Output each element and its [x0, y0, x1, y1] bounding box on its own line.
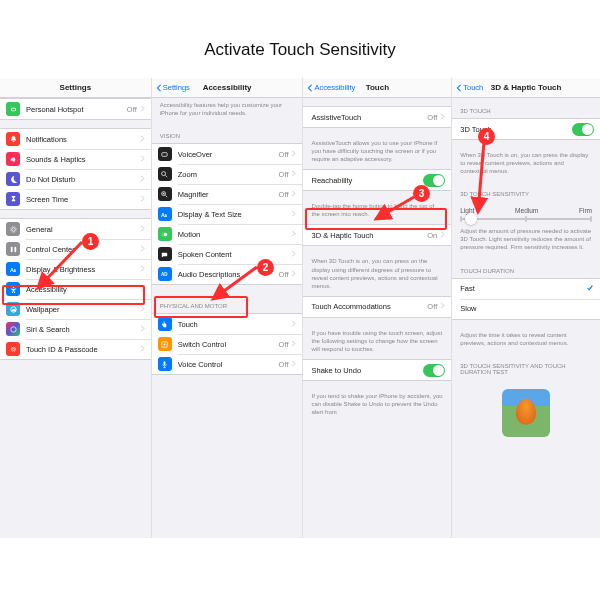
slider-label-firm: Firm — [579, 207, 592, 214]
row-label: Shake to Undo — [311, 366, 423, 375]
svg-rect-9 — [162, 152, 167, 156]
row-magnifier[interactable]: MagnifierOff — [152, 184, 303, 204]
row-label: Audio Descriptions — [178, 270, 279, 279]
zoom-icon — [158, 167, 172, 181]
row-touchid[interactable]: Touch ID & Passcode — [0, 339, 151, 359]
row-siri[interactable]: Siri & Search — [0, 319, 151, 339]
accessibility-icon — [6, 282, 20, 296]
desc: If you tend to shake your iPhone by acci… — [303, 389, 451, 422]
row-sounds[interactable]: Sounds & Haptics — [0, 149, 151, 169]
toggle-3dtouch[interactable] — [572, 123, 594, 136]
svg-rect-23 — [164, 361, 166, 365]
chevron-right-icon — [437, 302, 445, 311]
row-value: Off — [279, 360, 289, 369]
row-label: Screen Time — [26, 195, 137, 204]
desc: Accessibility features help you customiz… — [152, 98, 303, 123]
row-controlcenter[interactable]: Control Center — [0, 239, 151, 259]
row-display-text[interactable]: AADisplay & Text Size — [152, 204, 303, 224]
navbar: Touch 3D & Haptic Touch — [452, 78, 600, 98]
back-label: Settings — [163, 83, 190, 92]
link-icon — [6, 102, 20, 116]
row-label: Sounds & Haptics — [26, 155, 137, 164]
row-assistivetouch[interactable]: AssistiveTouch Off — [303, 107, 451, 127]
svg-text:AD: AD — [161, 272, 168, 277]
row-label: Do Not Disturb — [26, 175, 137, 184]
chevron-right-icon — [288, 190, 296, 199]
chevron-right-icon — [288, 320, 296, 329]
row-3d-haptic[interactable]: 3D & Haptic Touch On — [303, 225, 451, 245]
row-label: Spoken Content — [178, 250, 289, 259]
panel-touch: Accessibility Touch AssistiveTouch Off A… — [303, 78, 452, 538]
row-accessibility[interactable]: Accessibility — [0, 279, 151, 299]
row-label: Wallpaper — [26, 305, 137, 314]
section-test: 3D TOUCH SENSITIVITY AND TOUCH DURATION … — [452, 353, 600, 379]
row-label: Slow — [460, 304, 594, 313]
row-audiodesc[interactable]: ADAudio DescriptionsOff — [152, 264, 303, 284]
chevron-right-icon — [137, 155, 145, 164]
row-touch[interactable]: Touch — [152, 314, 303, 334]
row-slow[interactable]: Slow — [452, 299, 600, 319]
text-size-icon: AA — [6, 262, 20, 276]
row-reachability[interactable]: Reachability — [303, 170, 451, 190]
panel-3d-touch: Touch 3D & Haptic Touch 3D TOUCH 3D Touc… — [452, 78, 600, 538]
row-general[interactable]: General — [0, 219, 151, 239]
chevron-right-icon — [137, 285, 145, 294]
chevron-right-icon — [288, 340, 296, 349]
section-sensitivity: 3D TOUCH SENSITIVITY — [452, 181, 600, 201]
row-label: VoiceOver — [178, 150, 279, 159]
chevron-right-icon — [137, 305, 145, 314]
navbar: Accessibility Touch — [303, 78, 451, 98]
row-voiceover[interactable]: VoiceOverOff — [152, 144, 303, 164]
row-label: Personal Hotspot — [26, 105, 127, 114]
preview-image[interactable] — [502, 389, 550, 437]
row-wallpaper[interactable]: Wallpaper — [0, 299, 151, 319]
sliders-icon — [6, 242, 20, 256]
hand-icon — [158, 317, 172, 331]
bell-icon — [6, 132, 20, 146]
row-3dtouch-toggle[interactable]: 3D Touch — [452, 119, 600, 139]
row-value: Off — [279, 340, 289, 349]
row-label: Switch Control — [178, 340, 279, 349]
svg-line-11 — [166, 175, 168, 177]
back-button[interactable]: Settings — [156, 83, 190, 92]
slider-label-medium: Medium — [515, 207, 538, 214]
chevron-right-icon — [288, 360, 296, 369]
section-vision: VISION — [152, 123, 303, 143]
row-motion[interactable]: Motion — [152, 224, 303, 244]
toggle-reachability[interactable] — [423, 174, 445, 187]
back-button[interactable]: Touch — [456, 83, 483, 92]
row-spoken[interactable]: Spoken Content — [152, 244, 303, 264]
row-value: Off — [279, 170, 289, 179]
row-voicecontrol[interactable]: Voice ControlOff — [152, 354, 303, 374]
row-screentime[interactable]: Screen Time — [0, 189, 151, 209]
gear-icon — [6, 222, 20, 236]
navbar: Settings Accessibility — [152, 78, 303, 98]
back-button[interactable]: Accessibility — [307, 83, 355, 92]
desc: When 3D Touch is on, you can press the d… — [452, 148, 600, 181]
row-display[interactable]: AA Display & Brightness — [0, 259, 151, 279]
text-size-icon: AA — [158, 207, 172, 221]
row-label: Magnifier — [178, 190, 279, 199]
chevron-right-icon — [137, 225, 145, 234]
slider-thumb[interactable] — [465, 213, 477, 225]
row-value: Off — [427, 302, 437, 311]
row-value: Off — [127, 105, 137, 114]
toggle-shake[interactable] — [423, 364, 445, 377]
row-label: Voice Control — [178, 360, 279, 369]
row-dnd[interactable]: Do Not Disturb — [0, 169, 151, 189]
speaker-icon — [6, 152, 20, 166]
row-shake-undo[interactable]: Shake to Undo — [303, 360, 451, 380]
svg-point-10 — [162, 171, 166, 175]
row-label: Touch ID & Passcode — [26, 345, 137, 354]
sensitivity-slider[interactable]: Light Medium Firm — [452, 201, 600, 224]
row-personal-hotspot[interactable]: Personal Hotspot Off — [0, 99, 151, 119]
row-touch-accom[interactable]: Touch Accommodations Off — [303, 297, 451, 317]
svg-point-22 — [164, 343, 166, 345]
row-fast[interactable]: Fast — [452, 279, 600, 299]
row-zoom[interactable]: ZoomOff — [152, 164, 303, 184]
chevron-right-icon — [137, 195, 145, 204]
desc: Adjust the amount of pressure needed to … — [452, 224, 600, 257]
back-label: Touch — [463, 83, 483, 92]
row-switchcontrol[interactable]: Switch ControlOff — [152, 334, 303, 354]
row-notifications[interactable]: Notifications — [0, 129, 151, 149]
